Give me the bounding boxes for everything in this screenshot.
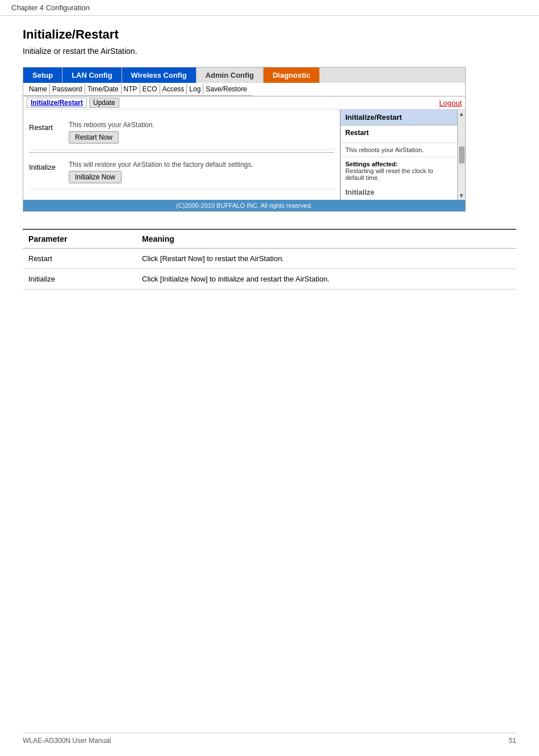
page-subtitle-text: Initialize or restart the AirStation. bbox=[23, 47, 137, 56]
settings-affected-label: Settings affected: bbox=[345, 161, 453, 167]
chapter-header: Chapter 4 Configuration bbox=[0, 0, 539, 16]
scrollbar-up-arrow[interactable]: ▲ bbox=[459, 111, 465, 117]
page-footer: WLAE-AG300N User Manual 51 bbox=[23, 733, 516, 745]
subnav-ntp[interactable]: NTP bbox=[122, 84, 140, 94]
footer-right: 51 bbox=[509, 737, 516, 745]
param-col-header: Parameter bbox=[23, 229, 136, 249]
initialize-desc-area: This will restore your AirStation to the… bbox=[69, 161, 334, 183]
logout-link[interactable]: Logout bbox=[439, 99, 462, 107]
left-panel: Restart This reboots your AirStation. Re… bbox=[23, 110, 340, 200]
nav-lan-config[interactable]: LAN Config bbox=[62, 68, 122, 83]
divider bbox=[29, 152, 334, 153]
top-nav: Setup LAN Config Wireless Config Admin C… bbox=[23, 68, 465, 83]
router-ui-screenshot: Setup LAN Config Wireless Config Admin C… bbox=[23, 67, 466, 212]
right-panel-content: Initialize/Restart Restart This reboots … bbox=[341, 110, 465, 200]
right-panel-restart-heading: Restart bbox=[345, 129, 453, 137]
sub-nav: Name Password Time/Date NTP ECO Access L… bbox=[23, 83, 253, 96]
initialize-row: Initialize This will restore your AirSta… bbox=[29, 155, 334, 190]
scrollbar-thumb[interactable] bbox=[459, 146, 465, 163]
table-row: Initialize Click [Initialize Now] to ini… bbox=[23, 269, 516, 289]
subnav-name[interactable]: Name bbox=[27, 84, 50, 94]
subnav-timedate[interactable]: Time/Date bbox=[85, 84, 122, 94]
initialize-desc-text: This will restore your AirStation to the… bbox=[69, 161, 334, 169]
param-restart: Restart bbox=[23, 249, 136, 269]
subnav-eco[interactable]: ECO bbox=[140, 84, 160, 94]
tab-initialize-restart[interactable]: Initialize/Restart bbox=[27, 98, 87, 108]
parameter-table: Parameter Meaning Restart Click [Restart… bbox=[23, 229, 516, 289]
meaning-restart: Click [Restart Now] to restart the AirSt… bbox=[136, 249, 516, 269]
page-title: Initialize/Restart bbox=[23, 27, 516, 42]
nav-diagnostic[interactable]: Diagnostic bbox=[264, 68, 320, 83]
right-panel: ▲ ▼ Initialize/Restart Restart bbox=[340, 110, 465, 200]
chapter-header-text: Chapter 4 Configuration bbox=[11, 3, 90, 12]
right-panel-restart-title: Restart bbox=[341, 125, 457, 143]
right-panel-restart-text: This reboots your AirStation. bbox=[345, 146, 453, 153]
restart-desc-area: This reboots your AirStation. Restart No… bbox=[69, 121, 334, 144]
restart-label: Restart bbox=[29, 121, 69, 132]
footer-left: WLAE-AG300N User Manual bbox=[23, 737, 111, 745]
subnav-log[interactable]: Log bbox=[187, 84, 203, 94]
nav-setup[interactable]: Setup bbox=[23, 68, 62, 83]
subnav-saverestore[interactable]: Save/Restore bbox=[203, 84, 249, 94]
right-panel-title: Initialize/Restart bbox=[341, 110, 457, 125]
footer-bar: (C)2000-2010 BUFFALO INC. All rights res… bbox=[23, 200, 465, 211]
right-panel-restart-body: This reboots your AirStation. bbox=[341, 143, 457, 157]
param-initialize: Initialize bbox=[23, 269, 136, 289]
right-panel-settings: Settings affected: Restarting will reset… bbox=[341, 157, 457, 184]
meaning-col-header: Meaning bbox=[136, 229, 516, 249]
page-subtitle: Initialize or restart the AirStation. bbox=[23, 47, 516, 56]
page-title-text: Initialize/Restart bbox=[23, 27, 119, 41]
subnav-password[interactable]: Password bbox=[50, 84, 85, 94]
tab-update[interactable]: Update bbox=[89, 98, 119, 108]
scrollbar-down-arrow[interactable]: ▼ bbox=[459, 192, 465, 199]
nav-wireless-config[interactable]: Wireless Config bbox=[122, 68, 197, 83]
active-tabs: Initialize/Restart Update bbox=[27, 98, 119, 108]
restart-desc-text: This reboots your AirStation. bbox=[69, 121, 334, 129]
settings-affected-text: Restarting will reset the clock to defau… bbox=[345, 167, 453, 181]
scrollbar[interactable]: ▲ ▼ bbox=[457, 110, 465, 200]
table-row: Restart Click [Restart Now] to restart t… bbox=[23, 249, 516, 269]
initialize-label: Initialize bbox=[29, 161, 69, 171]
meaning-initialize: Click [Initialize Now] to initialize and… bbox=[136, 269, 516, 289]
footer-copyright: (C)2000-2010 BUFFALO INC. All rights res… bbox=[176, 202, 312, 209]
subnav-access[interactable]: Access bbox=[160, 84, 187, 94]
nav-admin-config[interactable]: Admin Config bbox=[197, 68, 264, 83]
initialize-now-button[interactable]: Initialize Now bbox=[69, 171, 122, 183]
main-area: Restart This reboots your AirStation. Re… bbox=[23, 110, 465, 200]
right-panel-initialize-truncated: Initialize bbox=[341, 184, 457, 200]
restart-row: Restart This reboots your AirStation. Re… bbox=[29, 115, 334, 150]
restart-now-button[interactable]: Restart Now bbox=[69, 131, 119, 144]
